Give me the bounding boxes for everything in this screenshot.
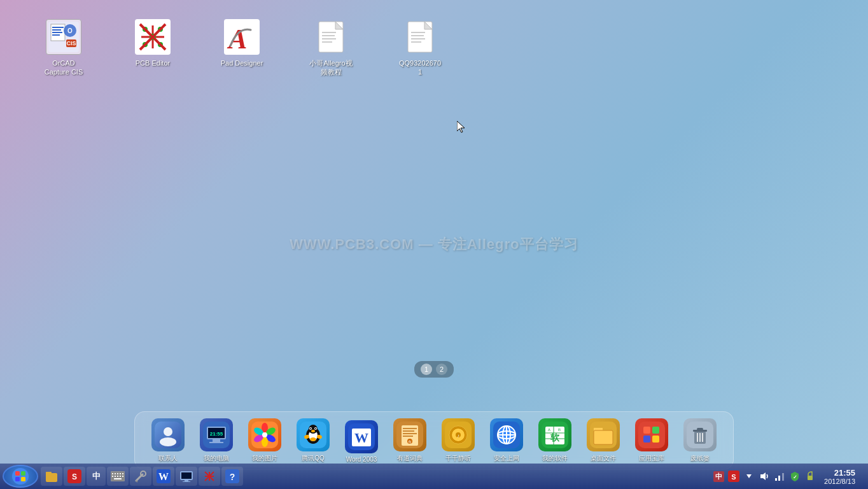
svg-text:B: B [558,428,561,432]
desktop-icon-pcb[interactable]: PCB Editor [127,19,178,67]
dock-item-trash[interactable]: 废纸篓 [677,417,723,464]
tray-lock[interactable] [804,470,816,483]
tray-ime-cn[interactable]: 中 [712,470,725,483]
svg-rect-72 [403,433,417,434]
svg-text:有: 有 [408,440,412,444]
tray-volume[interactable] [758,470,771,483]
svg-rect-154 [775,478,777,481]
taskbar-screen[interactable] [176,467,197,486]
svg-rect-30 [411,32,425,33]
dock-item-dict[interactable]: 有 有道词典 [387,417,433,464]
word-label: Word 2003 [346,456,377,463]
svg-text:软: 软 [550,432,560,443]
svg-rect-126 [117,473,118,474]
taskbar-pcb[interactable] [199,467,220,486]
dock-item-mypc[interactable]: 21:55 我的电脑 [193,417,239,464]
svg-rect-99 [594,430,613,444]
svg-rect-103 [643,427,650,434]
appstore-icon [635,418,668,451]
svg-rect-24 [322,32,336,33]
taskbar-ime[interactable]: 中 [87,467,106,486]
dock-item-qq[interactable]: 腾讯QQ [290,417,336,464]
dock-item-excel[interactable]: A B 软 我的软件 [532,417,578,464]
page-dot-1[interactable]: 1 [421,364,432,375]
orcad-icon: O CIS [46,19,81,55]
taskbar-word[interactable]: W [153,467,174,486]
svg-text:CIS: CIS [66,40,76,46]
system-clock[interactable]: 21:55 2012/8/13 [819,468,860,485]
svg-text:W: W [158,471,169,482]
svg-rect-127 [120,473,121,474]
svg-rect-3 [52,29,61,31]
taskbar-tool[interactable] [130,467,151,486]
start-button[interactable] [3,465,38,488]
svg-rect-142 [185,480,188,481]
svg-rect-110 [697,428,703,430]
taskbar-keyboard[interactable] [107,467,129,486]
dock-item-files[interactable]: 桌面文件 [580,417,626,464]
svg-text:?: ? [230,472,235,482]
tray-sogou-s[interactable]: S [727,470,740,483]
pad-label: Pad Designer [221,59,263,67]
svg-rect-33 [411,41,421,43]
svg-rect-133 [122,476,123,477]
excel-label: 我的软件 [542,454,568,463]
svg-rect-119 [46,473,57,482]
desktop: WWW.PCB3.COM — 专注Allegro平台学习 O CIS [0,0,868,489]
pcb-label: PCB Editor [136,59,170,67]
qq-file-label: QQ93202670 1 [399,59,441,77]
ie-icon [490,418,523,451]
qq-icon [297,418,330,451]
svg-rect-5 [52,34,60,36]
taskbar-dock: 联系人 21:55 我的电脑 [134,411,734,470]
taskbar-explorer[interactable] [41,467,62,486]
watermark-text: WWW.PCB3.COM — 专注Allegro平台学习 [290,235,578,254]
dock-item-appstore[interactable]: 应用宝库 [629,417,675,464]
qq-label: 腾讯QQ [302,454,325,463]
taskbar-tray: 中 S [707,468,865,485]
desktop-icon-pad[interactable]: A Pad Designer [216,19,267,67]
desktop-icon-video[interactable]: 小哥Allegro视 频教程 [305,19,356,77]
taskbar-help[interactable]: ? [221,467,243,486]
qq-doc-icon [402,19,438,55]
files-icon [587,418,620,451]
mypc-label: 我的电脑 [204,454,229,463]
svg-rect-31 [411,35,424,36]
contacts-icon [151,418,185,451]
orcad-label: OrCAD Capture CIS [45,59,83,77]
trash-icon [683,418,717,451]
svg-rect-131 [117,476,118,477]
svg-rect-26 [322,38,336,39]
svg-line-137 [136,481,137,482]
dock-item-music[interactable]: ♪ 千千静听 [435,417,481,464]
svg-rect-104 [652,427,659,434]
dock-item-contacts[interactable]: 联系人 [145,417,191,464]
svg-rect-2 [52,27,64,28]
svg-rect-41 [213,439,220,442]
dock-item-ie[interactable]: 安全上网 [484,417,529,464]
svg-point-37 [160,437,176,446]
svg-text:A: A [548,428,550,432]
dict-icon: 有 [393,418,426,451]
dock-item-word[interactable]: W Word 2003 [339,419,384,464]
video-doc-icon [313,19,349,55]
page-dot-2[interactable]: 2 [436,364,447,375]
svg-point-59 [310,428,311,429]
tray-shield[interactable]: ✓ [788,470,801,483]
svg-rect-155 [778,476,780,481]
video-label: 小哥Allegro视 频教程 [309,59,352,77]
desktop-icon-qq-file[interactable]: QQ93202670 1 [395,19,445,77]
tray-network[interactable] [773,470,786,483]
dock-item-photos[interactable]: 我的图片 [242,417,288,464]
svg-rect-156 [782,473,784,481]
svg-rect-124 [112,473,113,474]
page-indicators[interactable]: 1 2 [414,361,454,378]
taskbar-items: S 中 [41,467,707,486]
word-icon: W [345,420,378,453]
tray-arrow[interactable] [743,470,755,483]
svg-text:S: S [731,473,736,481]
svg-rect-32 [411,38,425,39]
taskbar-sogou[interactable]: S [64,467,85,486]
desktop-icon-orcad[interactable]: O CIS OrCAD Capture CIS [38,19,89,77]
svg-text:♪: ♪ [457,433,459,439]
